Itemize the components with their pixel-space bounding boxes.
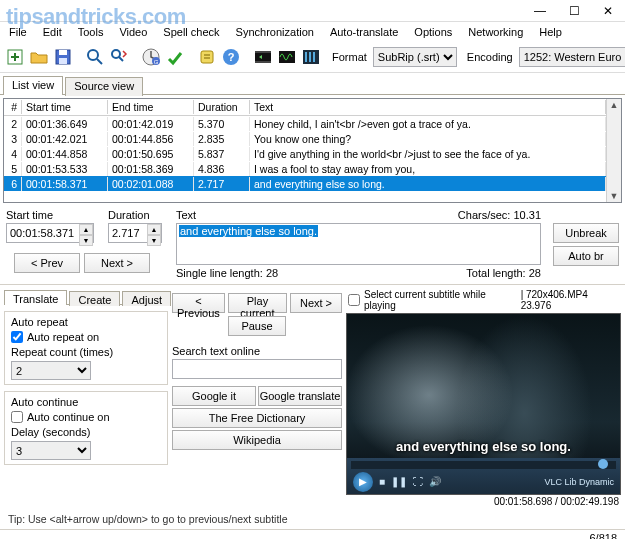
menu-video[interactable]: Video [116,25,150,39]
col-end[interactable]: End time [108,100,194,114]
table-row[interactable]: 200:01:36.64900:01:42.0195.370Honey chil… [4,116,606,131]
save-icon[interactable] [52,44,74,70]
volume-icon[interactable]: 🔊 [429,476,441,487]
close-button[interactable]: ✕ [591,0,625,21]
auto-continue-title: Auto continue [11,396,161,408]
fixerrors-icon[interactable]: G [140,44,162,70]
table-row[interactable]: 500:01:53.53300:01:58.3694.836I was a fo… [4,161,606,176]
edit-panel: Start time ▲▼ Duration ▲▼ < Prev Next > … [0,206,625,282]
menu-edit[interactable]: Edit [40,25,65,39]
table-row[interactable]: 400:01:44.85800:01:50.6955.837I'd give a… [4,146,606,161]
video-player[interactable]: and everything else so long. ▶ ■ ❚❚ ⛶ 🔊 … [346,313,621,495]
google-it-button[interactable]: Google it [172,386,256,406]
new-icon[interactable] [4,44,26,70]
help-icon[interactable]: ? [220,44,242,70]
grid-scrollbar[interactable]: ▲▼ [606,99,621,202]
table-row[interactable]: 300:01:42.02100:01:44.8562.835You know o… [4,131,606,146]
tab-translate[interactable]: Translate [4,290,67,305]
auto-repeat-checkbox[interactable]: Auto repeat on [11,331,161,343]
pause-icon[interactable]: ❚❚ [391,476,407,487]
total-length: Total length: 28 [466,267,541,279]
video-info: | 720x406.MP4 23.976 [521,289,619,311]
select-subtitle-checkbox[interactable]: Select current subtitle while playing [348,289,517,311]
status-count: 6/818 [589,532,617,540]
svg-point-4 [88,50,98,60]
menu-file[interactable]: File [6,25,30,39]
menu-spellcheck[interactable]: Spell check [160,25,222,39]
encoding-select[interactable]: 1252: Western Euro [519,47,625,67]
menu-sync[interactable]: Synchronization [233,25,317,39]
menu-options[interactable]: Options [411,25,455,39]
svg-rect-9 [201,51,213,63]
start-time-label: Start time [6,209,94,221]
google-translate-button[interactable]: Google translate [258,386,342,406]
stop-icon[interactable]: ■ [379,476,385,487]
svg-rect-19 [313,52,315,62]
duration-input[interactable]: ▲▼ [108,223,162,243]
minimize-button[interactable]: — [523,0,557,21]
video-time: 00:01:58.698 / 00:02:49.198 [346,495,621,507]
video-controls: ▶ ■ ❚❚ ⛶ 🔊 VLC Lib Dynamic [347,458,620,494]
play-icon[interactable]: ▶ [353,472,373,492]
menubar: File Edit Tools Video Spell check Synchr… [0,22,625,41]
menu-autotranslate[interactable]: Auto-translate [327,25,401,39]
toolbar: G ? Format SubRip (.srt) Encoding 1252: … [0,41,625,73]
tab-list-view[interactable]: List view [3,76,63,95]
waveform-icon[interactable] [276,44,298,70]
col-duration[interactable]: Duration [194,100,250,114]
menu-networking[interactable]: Networking [465,25,526,39]
start-time-input[interactable]: ▲▼ [6,223,94,243]
find-icon[interactable] [84,44,106,70]
free-dictionary-button[interactable]: The Free Dictionary [172,408,342,428]
open-icon[interactable] [28,44,50,70]
play-next-button[interactable]: Next > [290,293,342,313]
wikipedia-button[interactable]: Wikipedia [172,430,342,450]
visual-sync-icon[interactable] [252,44,274,70]
svg-rect-2 [59,50,67,55]
seek-bar[interactable] [351,461,616,469]
delay-select[interactable]: 3 [11,441,91,460]
svg-rect-15 [279,51,295,63]
play-current-button[interactable]: Play current [228,293,287,313]
play-prev-button[interactable]: < Previous [172,293,225,313]
spellcheck-icon[interactable] [164,44,186,70]
svg-rect-17 [305,52,307,62]
auto-repeat-group: Auto repeat Auto repeat on Repeat count … [4,311,168,385]
autobr-button[interactable]: Auto br [553,246,619,266]
bottom-panel: Translate Create Adjust Auto repeat Auto… [0,287,625,509]
search-online-input[interactable] [172,359,342,379]
format-label: Format [332,51,367,63]
next-button[interactable]: Next > [84,253,150,273]
tab-adjust[interactable]: Adjust [122,291,171,306]
tab-source-view[interactable]: Source view [65,77,143,96]
pause-button[interactable]: Pause [228,316,286,336]
bottom-tabstrip: Translate Create Adjust [4,289,168,305]
search-online-label: Search text online [172,345,342,357]
unbreak-button[interactable]: Unbreak [553,223,619,243]
auto-repeat-title: Auto repeat [11,316,161,328]
col-num[interactable]: # [4,100,22,114]
table-row[interactable]: 600:01:58.37100:02:01.0882.717and everyt… [4,176,606,191]
svg-text:?: ? [228,51,235,63]
maximize-button[interactable]: ☐ [557,0,591,21]
replace-icon[interactable] [108,44,130,70]
col-text[interactable]: Text [250,100,606,114]
settings-icon[interactable] [196,44,218,70]
video-subtitle-overlay: and everything else so long. [396,439,571,454]
prev-button[interactable]: < Prev [14,253,80,273]
auto-continue-checkbox[interactable]: Auto continue on [11,411,161,423]
auto-continue-group: Auto continue Auto continue on Delay (se… [4,391,168,465]
menu-help[interactable]: Help [536,25,565,39]
subtitle-grid: # Start time End time Duration Text 200:… [3,98,622,203]
netflix-icon[interactable] [300,44,322,70]
format-select[interactable]: SubRip (.srt) [373,47,457,67]
fullscreen-icon[interactable]: ⛶ [413,476,423,487]
delay-label: Delay (seconds) [11,426,161,438]
repeat-count-select[interactable]: 2 [11,361,91,380]
svg-rect-13 [255,51,271,53]
tab-create[interactable]: Create [69,291,120,306]
subtitle-text-input[interactable]: and everything else so long. [176,223,541,265]
col-start[interactable]: Start time [22,100,108,114]
menu-tools[interactable]: Tools [75,25,107,39]
view-tabstrip: List view Source view [0,75,625,95]
